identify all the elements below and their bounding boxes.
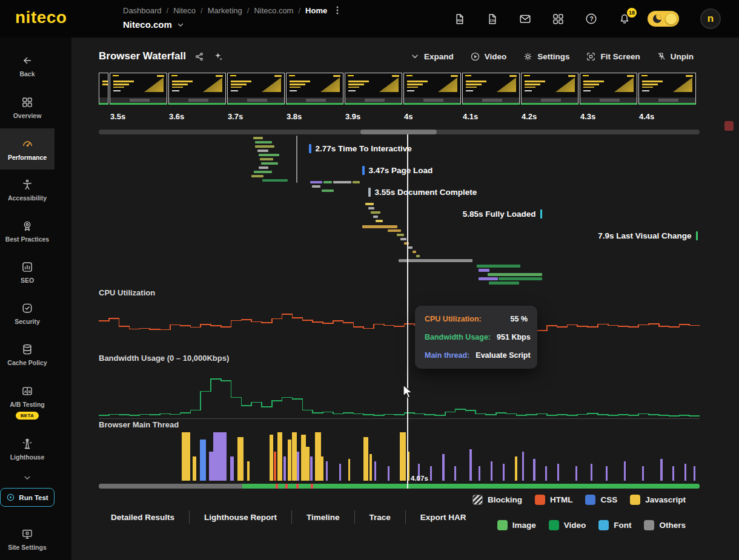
sidebar-item-best-practices[interactable]: Best Practices <box>0 211 55 252</box>
main-thread-bar[interactable] <box>388 466 389 481</box>
request-bar[interactable] <box>397 234 404 236</box>
sidebar-item-accessibility[interactable]: Accessibility <box>0 170 55 211</box>
request-bar[interactable] <box>259 154 279 156</box>
main-thread-bar[interactable] <box>288 440 291 481</box>
main-thread-bar[interactable] <box>270 435 273 481</box>
main-thread-bar[interactable] <box>326 461 328 481</box>
request-bar[interactable] <box>413 251 416 253</box>
tab-lighthouse-report[interactable]: Lighthouse Report <box>204 513 277 522</box>
user-avatar[interactable]: n <box>700 8 721 29</box>
apps-grid-icon[interactable] <box>552 13 565 25</box>
request-bar[interactable] <box>365 203 374 205</box>
request-bar[interactable] <box>388 229 401 232</box>
filmstrip-thumbnail[interactable] <box>227 73 285 105</box>
request-bar[interactable] <box>368 207 374 209</box>
request-bar[interactable] <box>499 277 542 280</box>
filmstrip-thumbnail[interactable] <box>110 73 167 105</box>
main-thread-bar[interactable] <box>193 456 196 481</box>
request-bar[interactable] <box>371 211 380 214</box>
request-bar[interactable] <box>312 185 320 188</box>
request-bar[interactable] <box>362 225 397 228</box>
request-bar[interactable] <box>251 175 263 177</box>
main-thread-bar[interactable] <box>533 459 535 481</box>
settings-control[interactable]: Settings <box>523 51 569 62</box>
main-thread-bar[interactable] <box>454 466 456 481</box>
request-bar[interactable] <box>479 269 489 272</box>
export-pdf-icon[interactable]: PDF <box>453 13 466 25</box>
main-thread-bar[interactable] <box>624 461 626 481</box>
request-bar[interactable] <box>310 181 322 183</box>
request-bar[interactable] <box>416 255 420 257</box>
main-thread-bar[interactable] <box>283 456 286 481</box>
main-thread-bar[interactable] <box>292 432 297 481</box>
main-thread-bar[interactable] <box>306 447 310 481</box>
main-thread-bar[interactable] <box>321 456 323 481</box>
main-thread-bar[interactable] <box>370 454 372 481</box>
niteco-logo[interactable]: niteco <box>15 8 67 27</box>
theme-toggle[interactable] <box>648 11 679 27</box>
tab-trace[interactable]: Trace <box>370 513 391 522</box>
main-thread-bar[interactable] <box>522 452 524 481</box>
filmstrip-thumbnail[interactable] <box>521 73 578 105</box>
request-bar[interactable] <box>353 181 360 183</box>
site-selector[interactable]: Niteco.com <box>123 19 185 30</box>
request-bar[interactable] <box>400 238 406 240</box>
main-thread-bar[interactable] <box>591 464 592 481</box>
filmstrip-frame[interactable]: 4.1s <box>462 73 520 121</box>
request-bar[interactable] <box>477 265 520 268</box>
main-thread-bar[interactable] <box>469 449 472 481</box>
request-bar[interactable] <box>408 246 413 249</box>
unpin-control[interactable]: Unpin <box>657 51 694 61</box>
main-thread-bar[interactable] <box>277 432 282 481</box>
filmstrip-frame-partial[interactable] <box>99 73 108 121</box>
main-thread-bar[interactable] <box>545 466 547 481</box>
filmstrip-frame[interactable]: 3.6s <box>168 73 226 121</box>
request-bar[interactable] <box>257 150 268 152</box>
sidebar-item-seo[interactable]: SEO <box>0 252 55 293</box>
request-bar[interactable] <box>376 220 383 222</box>
filmstrip-frame[interactable]: 4.3s <box>580 73 637 121</box>
sidebar-item-overview[interactable]: Overview <box>0 87 55 128</box>
main-thread-bar[interactable] <box>491 461 492 481</box>
filmstrip-thumbnail[interactable] <box>168 73 226 105</box>
filmstrip-frame[interactable]: 3.8s <box>286 73 343 121</box>
breadcrumb-item-dashboard[interactable]: Dashboard <box>123 6 162 15</box>
main-thread-bar[interactable] <box>315 432 321 481</box>
request-bar[interactable] <box>255 145 274 148</box>
main-thread-bar[interactable] <box>374 461 376 481</box>
filmstrip-thumbnail[interactable] <box>286 73 343 105</box>
main-thread-bar[interactable] <box>182 432 190 481</box>
tab-timeline[interactable]: Timeline <box>307 513 340 522</box>
export-csv-icon[interactable]: CSV <box>486 13 499 25</box>
filmstrip-frame[interactable]: 3.7s <box>227 73 285 121</box>
main-thread-bar[interactable] <box>503 464 505 481</box>
request-bar[interactable] <box>254 171 272 173</box>
request-bar[interactable] <box>253 137 263 139</box>
mail-icon[interactable] <box>519 12 532 25</box>
main-thread-bar[interactable] <box>200 440 206 481</box>
request-bar[interactable] <box>260 158 273 160</box>
request-bar[interactable] <box>261 162 278 165</box>
main-thread-bar[interactable] <box>400 432 406 481</box>
video-control[interactable]: Video <box>470 51 507 62</box>
main-thread-bar[interactable] <box>442 454 445 481</box>
filmstrip-frame[interactable]: 3.9s <box>345 73 402 121</box>
sidebar-item-ab-testing[interactable]: AB A/B Testing BETA <box>0 375 55 429</box>
request-bar[interactable] <box>488 273 542 276</box>
main-thread-bar[interactable] <box>230 456 234 481</box>
main-thread-bar[interactable] <box>606 466 608 481</box>
breadcrumb-item-home[interactable]: Home <box>305 6 327 15</box>
main-thread-bar[interactable] <box>363 437 368 481</box>
request-bar[interactable] <box>479 277 498 280</box>
filmstrip-thumbnail[interactable] <box>638 73 696 105</box>
tab-detailed-results[interactable]: Detailed Results <box>111 513 174 522</box>
main-thread-bar[interactable] <box>557 464 559 481</box>
sidebar-item-performance[interactable]: Performance <box>0 128 55 170</box>
share-icon[interactable] <box>194 51 205 62</box>
sidebar-item-lighthouse[interactable]: Lighthouse <box>0 429 55 470</box>
filmstrip-thumbnail[interactable] <box>580 73 637 105</box>
request-bar[interactable] <box>255 141 272 143</box>
request-bar[interactable] <box>296 136 297 183</box>
request-bar[interactable] <box>322 189 334 192</box>
request-bar[interactable] <box>489 282 519 285</box>
